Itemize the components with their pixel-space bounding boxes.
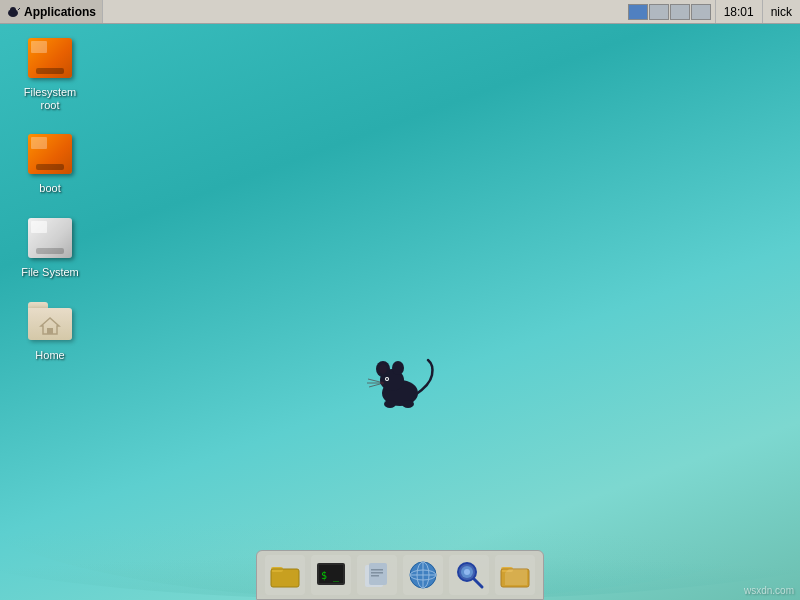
taskbar-folder2-button[interactable]: [495, 555, 535, 595]
taskbar-globe-button[interactable]: [403, 555, 443, 595]
watermark: wsxdn.com: [744, 585, 794, 596]
svg-line-2: [18, 8, 20, 10]
svg-line-37: [474, 579, 482, 587]
svg-rect-4: [47, 328, 53, 334]
taskbar-search-icon: [453, 559, 485, 591]
svg-point-9: [392, 361, 404, 375]
file-system-icon[interactable]: File System: [10, 210, 90, 283]
svg-rect-25: [369, 563, 387, 585]
orange-drive-2: [28, 134, 72, 174]
orange-drive-1: [28, 38, 72, 78]
username: nick: [763, 0, 800, 23]
taskbar-files-button[interactable]: [357, 555, 397, 595]
mascot-svg: [360, 355, 440, 410]
svg-rect-28: [371, 575, 379, 577]
boot-label: boot: [39, 182, 60, 195]
top-panel: Applications 18:01 nick: [0, 0, 800, 24]
svg-rect-26: [371, 569, 383, 571]
taskbar-terminal-icon: $ _: [315, 559, 347, 591]
svg-point-17: [402, 400, 414, 408]
svg-point-36: [464, 569, 470, 575]
taskbar-globe-icon: [407, 559, 439, 591]
svg-line-15: [369, 384, 380, 387]
window-button-2[interactable]: [649, 4, 669, 20]
filesystem-root-label: Filesystemroot: [24, 86, 77, 112]
svg-line-13: [368, 379, 380, 382]
window-button-3[interactable]: [670, 4, 690, 20]
gray-drive-1: [28, 218, 72, 258]
applications-menu[interactable]: Applications: [0, 0, 103, 23]
boot-icon[interactable]: boot: [10, 126, 90, 199]
desktop: Applications 18:01 nick Filesystemroot b…: [0, 0, 800, 600]
taskbar-folder2-icon: [499, 559, 531, 591]
clock: 18:01: [715, 0, 763, 23]
svg-point-1: [10, 7, 16, 13]
taskbar-terminal-button[interactable]: $ _: [311, 555, 351, 595]
taskbar-search-button[interactable]: [449, 555, 489, 595]
folder-body: [28, 308, 72, 340]
svg-point-11: [386, 378, 388, 380]
filesystem-root-image: [26, 34, 74, 82]
home-icon[interactable]: Home: [10, 293, 90, 366]
taskbar-folder-icon: [269, 559, 301, 591]
mascot: [360, 355, 440, 415]
svg-point-12: [380, 382, 384, 385]
house-icon: [39, 316, 61, 336]
mouse-icon: [6, 7, 20, 17]
file-system-label: File System: [21, 266, 78, 279]
taskbar-folder-button[interactable]: [265, 555, 305, 595]
window-buttons: [628, 4, 711, 20]
svg-text:$ _: $ _: [321, 570, 340, 582]
taskbar: $ _: [256, 550, 544, 600]
home-label: Home: [35, 349, 64, 362]
applications-label: Applications: [24, 5, 96, 19]
home-image: [26, 297, 74, 345]
window-button-1[interactable]: [628, 4, 648, 20]
home-folder-shape: [28, 302, 72, 340]
svg-point-16: [384, 400, 396, 408]
desktop-icons: Filesystemroot boot File System: [10, 30, 90, 366]
window-button-4[interactable]: [691, 4, 711, 20]
taskbar-files-icon: [361, 559, 393, 591]
svg-point-8: [379, 364, 387, 374]
svg-rect-27: [371, 572, 383, 574]
boot-image: [26, 130, 74, 178]
filesystem-root-icon[interactable]: Filesystemroot: [10, 30, 90, 116]
file-system-image: [26, 214, 74, 262]
